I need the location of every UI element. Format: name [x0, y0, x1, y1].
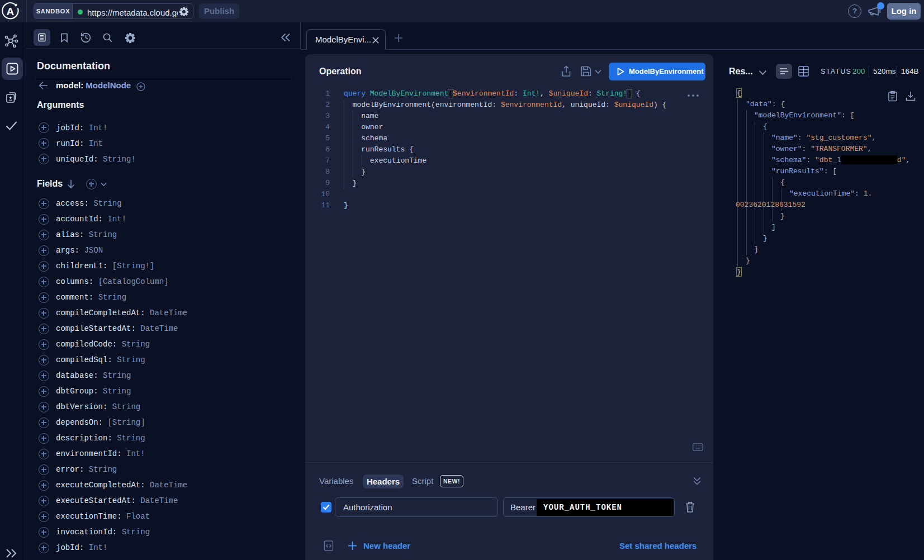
svg-text:A: A: [7, 6, 15, 17]
